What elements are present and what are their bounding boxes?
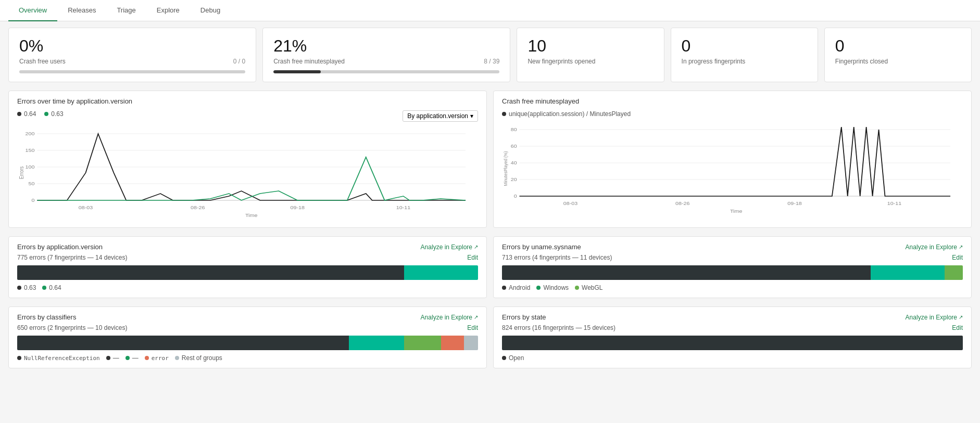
chart-errors-over-time: Errors over time by application.version … xyxy=(8,91,487,228)
edit-button-state[interactable]: Edit xyxy=(952,324,963,331)
stat-label-crash-free-users: Crash free users 0 / 0 xyxy=(19,58,245,65)
stacked-bar-appversion xyxy=(17,265,478,280)
stat-inprogress-fingerprints: 0 In progress fingerprints xyxy=(671,28,818,82)
error-title-state: Errors by state xyxy=(502,313,546,321)
error-count-sysname: 713 errors (4 fingerprints — 11 devices) xyxy=(502,254,612,261)
legend-item-appver-063: 0.63 xyxy=(17,284,36,291)
stat-value-inprogress: 0 xyxy=(682,36,807,56)
external-link-icon: ↗ xyxy=(959,314,963,320)
svg-text:40: 40 xyxy=(511,160,517,165)
analyze-link-sysname[interactable]: Analyze in Explore ↗ xyxy=(906,243,963,251)
edit-button-appversion[interactable]: Edit xyxy=(467,254,478,261)
stat-label-closed: Fingerprints closed xyxy=(835,58,961,65)
chart-left-title: Errors over time by application.version xyxy=(17,97,478,105)
tab-releases[interactable]: Releases xyxy=(57,0,106,21)
stat-closed-fingerprints: 0 Fingerprints closed xyxy=(824,28,972,82)
error-count-state: 824 errors (16 fingerprints — 15 devices… xyxy=(502,324,615,331)
svg-text:Errors: Errors xyxy=(18,166,24,180)
tab-triage[interactable]: Triage xyxy=(106,0,146,21)
error-subheader-appversion: 775 errors (7 fingerprints — 14 devices)… xyxy=(17,254,478,261)
svg-text:150: 150 xyxy=(26,148,35,153)
svg-text:08-26: 08-26 xyxy=(191,205,205,210)
bar-seg-green2 xyxy=(404,336,441,350)
legend-item-open: Open xyxy=(502,354,524,362)
bar-segment-android xyxy=(502,265,871,280)
chart-crash-free-minutes: Crash free minutesplayed unique(applicat… xyxy=(493,91,972,228)
external-link-icon: ↗ xyxy=(959,244,963,250)
svg-text:08-03: 08-03 xyxy=(79,205,93,210)
svg-text:Time: Time xyxy=(730,209,743,214)
tab-explore[interactable]: Explore xyxy=(146,0,190,21)
bar-legend-state: Open xyxy=(502,354,963,362)
svg-text:MinutesPlayed (%): MinutesPlayed (%) xyxy=(502,151,508,186)
error-title-classifiers: Errors by classifiers xyxy=(17,313,76,321)
external-link-icon: ↗ xyxy=(474,314,478,320)
tab-debug[interactable]: Debug xyxy=(190,0,231,21)
svg-text:Time: Time xyxy=(245,213,258,218)
legend-item-error-code: error xyxy=(145,355,169,362)
error-card-state-header: Errors by state Analyze in Explore ↗ xyxy=(502,313,963,321)
error-card-state: Errors by state Analyze in Explore ↗ 824… xyxy=(493,306,972,368)
bar-seg-open xyxy=(502,336,963,350)
bar-seg-null xyxy=(17,336,349,350)
svg-text:200: 200 xyxy=(26,131,35,136)
legend-dot-rest xyxy=(175,356,179,360)
legend-item-android: Android xyxy=(502,284,530,291)
legend-dot-appver-064 xyxy=(42,286,46,290)
legend-dot-dash1 xyxy=(106,356,110,360)
main-content: 0% Crash free users 0 / 0 21% Crash free… xyxy=(0,21,980,383)
legend-item-064: 0.64 xyxy=(17,110,36,118)
error-title-appversion: Errors by application.version xyxy=(17,243,103,251)
legend-item-webgl: WebGL xyxy=(575,284,602,291)
stat-crash-free-users: 0% Crash free users 0 / 0 xyxy=(8,28,256,82)
analyze-link-appversion[interactable]: Analyze in Explore ↗ xyxy=(421,243,478,251)
tab-overview[interactable]: Overview xyxy=(8,0,57,21)
analyze-link-classifiers[interactable]: Analyze in Explore ↗ xyxy=(421,314,478,321)
legend-dot-064 xyxy=(17,112,21,116)
legend-dot-webgl xyxy=(575,286,579,290)
version-dropdown[interactable]: By application.version ▾ xyxy=(403,110,478,122)
legend-item-appver-064: 0.64 xyxy=(42,284,61,291)
svg-text:80: 80 xyxy=(511,127,517,132)
legend-dot-dash2 xyxy=(125,356,130,360)
error-title-sysname: Errors by uname.sysname xyxy=(502,243,581,251)
error-card-appversion: Errors by application.version Analyze in… xyxy=(8,236,487,298)
bar-seg-green1 xyxy=(349,336,404,350)
error-card-appversion-header: Errors by application.version Analyze in… xyxy=(17,243,478,251)
legend-item-nullref: NullReferenceException xyxy=(17,355,100,362)
legend-dot-windows xyxy=(536,286,541,290)
chart-right-title: Crash free minutesplayed xyxy=(502,97,963,105)
legend-dot-nullref xyxy=(17,356,21,360)
error-count-appversion: 775 errors (7 fingerprints — 14 devices) xyxy=(17,254,127,261)
svg-text:100: 100 xyxy=(26,164,35,170)
legend-dot-android xyxy=(502,286,506,290)
svg-text:09-18: 09-18 xyxy=(787,201,802,206)
bar-seg-rest xyxy=(464,336,478,350)
error-count-classifiers: 650 errors (2 fingerprints — 10 devices) xyxy=(17,324,127,331)
svg-text:60: 60 xyxy=(511,144,517,149)
progress-fill-crash-free-minutes xyxy=(273,70,321,73)
edit-button-sysname[interactable]: Edit xyxy=(952,254,963,261)
error-card-classifiers-header: Errors by classifiers Analyze in Explore… xyxy=(17,313,478,321)
stat-label-new-fingerprints: New fingerprints opened xyxy=(527,58,653,65)
legend-item-windows: Windows xyxy=(536,284,569,291)
stat-value-closed: 0 xyxy=(835,36,961,56)
legend-item-dash1: — xyxy=(106,354,119,362)
chart-right-legend: unique(application.session) / MinutesPla… xyxy=(502,110,963,118)
bar-legend-sysname: Android Windows WebGL xyxy=(502,284,963,291)
svg-text:08-26: 08-26 xyxy=(675,201,690,206)
edit-button-classifiers[interactable]: Edit xyxy=(467,324,478,331)
bar-segment-063 xyxy=(17,265,404,280)
legend-item-063: 0.63 xyxy=(44,110,63,118)
stat-label-crash-free-minutes: Crash free minutesplayed 8 / 39 xyxy=(273,58,499,65)
progress-bar-crash-free-minutes xyxy=(273,70,499,73)
svg-text:10-11: 10-11 xyxy=(396,205,411,210)
chart-left-svg: 200 150 100 50 0 08-03 08- xyxy=(17,126,478,220)
svg-text:50: 50 xyxy=(29,181,35,186)
bar-legend-appversion: 0.63 0.64 xyxy=(17,284,478,291)
analyze-link-state[interactable]: Analyze in Explore ↗ xyxy=(906,314,963,321)
legend-dot-open xyxy=(502,356,506,360)
legend-item-session: unique(application.session) / MinutesPla… xyxy=(502,110,631,118)
error-card-sysname-header: Errors by uname.sysname Analyze in Explo… xyxy=(502,243,963,251)
legend-item-rest: Rest of groups xyxy=(175,354,222,362)
